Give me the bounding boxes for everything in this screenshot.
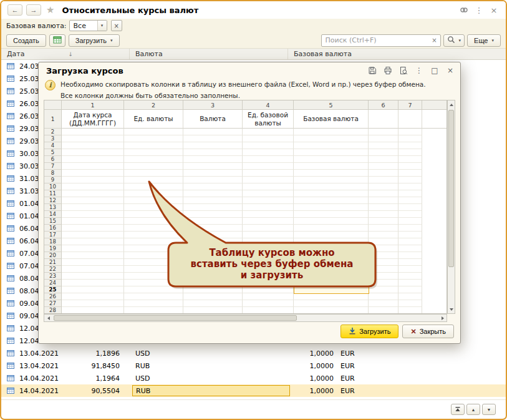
link-icon[interactable] <box>458 6 470 14</box>
grid-cell[interactable] <box>369 183 398 190</box>
row-number[interactable]: 26 <box>44 293 62 300</box>
grid-cell[interactable] <box>294 204 369 211</box>
dialog-load-button[interactable]: Загрузить <box>340 325 398 338</box>
grid-cell[interactable] <box>183 170 243 177</box>
spreadsheet-grid[interactable]: 1234567 1 Дата курса (ДД.ММ.ГГГГ) Ед. ва… <box>44 100 447 314</box>
print-icon[interactable] <box>383 66 393 76</box>
grid-cell[interactable] <box>243 286 294 293</box>
grid-cell[interactable] <box>398 225 422 232</box>
grid-cell[interactable] <box>243 273 294 280</box>
grid-cell[interactable] <box>369 273 398 280</box>
grid-cell[interactable] <box>369 259 398 266</box>
grid-cell[interactable] <box>183 266 243 273</box>
column-number[interactable]: 1 <box>62 100 124 109</box>
row-number[interactable]: 16 <box>44 225 62 232</box>
grid-cell[interactable] <box>398 293 422 300</box>
header-cell-currency[interactable]: Валюта <box>183 110 243 129</box>
grid-cell[interactable] <box>398 218 422 225</box>
column-header-base-currency[interactable]: Базовая валюта <box>288 49 506 59</box>
grid-cell[interactable] <box>62 197 124 204</box>
grid-cell[interactable] <box>294 266 369 273</box>
forward-button[interactable]: → <box>26 4 41 16</box>
header-cell-empty[interactable] <box>398 110 422 129</box>
grid-cell[interactable] <box>243 135 294 142</box>
row-number[interactable]: 15 <box>44 218 62 225</box>
grid-cell[interactable] <box>294 307 369 314</box>
column-number[interactable]: 7 <box>398 100 422 109</box>
grid-cell[interactable] <box>124 197 183 204</box>
grid-cell[interactable] <box>294 211 369 218</box>
grid-cell[interactable] <box>62 286 124 293</box>
back-button[interactable]: ← <box>7 4 22 16</box>
grid-cell[interactable] <box>369 245 398 252</box>
grid-cell[interactable] <box>62 273 124 280</box>
grid-cell[interactable] <box>124 177 183 183</box>
grid-cell[interactable] <box>62 142 124 149</box>
grid-cell[interactable] <box>243 218 294 225</box>
grid-cell[interactable] <box>369 163 398 170</box>
grid-cell[interactable] <box>183 142 243 149</box>
grid-cell[interactable] <box>243 170 294 177</box>
row-number[interactable]: 7 <box>44 163 62 170</box>
grid-cell[interactable] <box>294 163 369 170</box>
grid-cell[interactable] <box>294 293 369 300</box>
grid-cell[interactable] <box>183 232 243 238</box>
grid-cell[interactable] <box>294 280 369 286</box>
grid-cell[interactable] <box>369 197 398 204</box>
grid-cell[interactable] <box>124 252 183 259</box>
clear-filter-button[interactable]: × <box>111 20 122 31</box>
table-row[interactable]: 13.04.2021 91,8450 RUB 1,0000 EUR <box>1 359 506 372</box>
grid-cell[interactable] <box>62 225 124 232</box>
grid-cell[interactable] <box>294 156 369 163</box>
grid-cell[interactable] <box>294 142 369 149</box>
scroll-left-button[interactable] <box>44 315 52 321</box>
grid-cell[interactable] <box>62 177 124 183</box>
row-number[interactable]: 12 <box>44 197 62 204</box>
grid-cell[interactable] <box>243 252 294 259</box>
dialog-close-icon[interactable]: × <box>445 66 455 76</box>
scroll-down-button[interactable] <box>448 305 455 313</box>
grid-cell[interactable] <box>183 177 243 183</box>
grid-cell[interactable] <box>183 286 243 293</box>
search-button[interactable]: ▾ <box>443 34 465 47</box>
row-number[interactable]: 9 <box>44 177 62 183</box>
grid-cell[interactable] <box>124 204 183 211</box>
column-number[interactable]: 3 <box>183 100 243 109</box>
grid-cell[interactable] <box>294 170 369 177</box>
grid-cell[interactable] <box>243 225 294 232</box>
grid-cell[interactable] <box>369 225 398 232</box>
grid-cell[interactable] <box>62 183 124 190</box>
grid-cell[interactable] <box>124 135 183 142</box>
grid-cell[interactable] <box>183 280 243 286</box>
grid-cell[interactable] <box>294 197 369 204</box>
grid-cell[interactable] <box>183 197 243 204</box>
header-cell-unit[interactable]: Ед. валюты <box>124 110 183 129</box>
grid-cell[interactable] <box>243 307 294 314</box>
grid-cell[interactable] <box>398 232 422 238</box>
dialog-more-icon[interactable]: ⋮ <box>414 66 424 76</box>
create-button[interactable]: Создать <box>6 34 46 47</box>
grid-cell[interactable] <box>62 259 124 266</box>
row-number[interactable]: 17 <box>44 232 62 238</box>
grid-cell[interactable] <box>183 245 243 252</box>
page-down-button[interactable]: ▼ <box>482 404 496 415</box>
row-number[interactable]: 1 <box>44 110 62 129</box>
table-row-selected[interactable]: 14.04.2021 90,5504 RUB 1,0000 EUR <box>1 384 506 397</box>
grid-cell[interactable] <box>243 142 294 149</box>
grid-cell[interactable] <box>183 238 243 245</box>
row-number[interactable]: 6 <box>44 156 62 163</box>
grid-cell[interactable] <box>294 245 369 252</box>
grid-cell[interactable] <box>183 218 243 225</box>
column-number[interactable]: 2 <box>124 100 183 109</box>
grid-cell[interactable] <box>124 307 183 314</box>
grid-cell[interactable] <box>369 252 398 259</box>
scroll-right-button[interactable] <box>438 315 447 321</box>
grid-cell[interactable] <box>183 129 243 135</box>
header-cell-base-currency[interactable]: Базовая валюта <box>294 110 369 129</box>
grid-cell[interactable] <box>62 252 124 259</box>
maximize-icon[interactable]: □ <box>430 66 440 76</box>
vertical-scrollbar[interactable] <box>447 100 455 314</box>
grid-cell[interactable] <box>398 183 422 190</box>
row-number[interactable]: 21 <box>44 259 62 266</box>
grid-cell[interactable] <box>398 280 422 286</box>
